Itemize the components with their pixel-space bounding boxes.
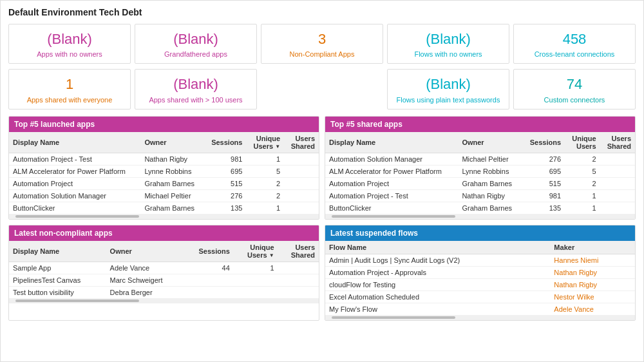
table-row[interactable]: Automation Project - Test Nathan Rigby 9… [325, 189, 635, 202]
table-row[interactable]: Sample App Adele Vance 44 1 [9, 262, 319, 274]
unique-users: 2 [246, 189, 284, 202]
table-row[interactable]: ButtonClicker Graham Barnes 135 1 [9, 202, 319, 214]
table-row[interactable]: Automation Project Graham Barnes 515 2 [9, 177, 319, 189]
col-users-shared[interactable]: UsersShared [284, 132, 319, 153]
stat-value: 74 [518, 76, 631, 93]
stat-grandfathered-apps[interactable]: (Blank) Grandfathered apps [135, 24, 257, 64]
app-name: ButtonClicker [9, 202, 140, 214]
col-owner[interactable]: Owner [458, 132, 522, 153]
top-shared-panel: Top #5 shared apps Display Name Owner Se… [325, 116, 636, 220]
sessions: 276 [204, 189, 246, 202]
app-name: Test button visibility [9, 286, 106, 298]
users-shared [600, 165, 635, 177]
col-display-name[interactable]: Display Name [9, 241, 106, 262]
unique-users [234, 274, 278, 286]
col-owner[interactable]: Owner [140, 132, 204, 153]
table-row[interactable]: My Flow's Flow Adele Vance [325, 303, 635, 315]
stat-shared-everyone[interactable]: 1 Apps shared with everyone [8, 69, 131, 109]
table-row[interactable]: Automation Project Graham Barnes 515 2 [325, 177, 635, 189]
app-name: PipelinesTest Canvas [9, 274, 106, 286]
top-launched-panel: Top #5 launched apps Display Name Owner … [8, 116, 319, 220]
sort-icon: ▼ [275, 144, 280, 149]
table-row[interactable]: Test button visibility Debra Berger [9, 286, 319, 298]
col-unique-users[interactable]: UniqueUsers ▼ [234, 241, 278, 262]
table-row[interactable]: Excel Automation Scheduled Nestor Wilke [325, 291, 635, 303]
table-row[interactable]: PipelinesTest Canvas Marc Schweigert [9, 274, 319, 286]
unique-users: 1 [246, 153, 284, 165]
stat-value: 1 [13, 76, 126, 93]
unique-users: 1 [234, 262, 278, 274]
col-owner[interactable]: Owner [106, 241, 184, 262]
col-unique-users[interactable]: UniqueUsers ▼ [246, 132, 284, 153]
flow-name: Admin | Audit Logs | Sync Audit Logs (V2… [325, 254, 550, 266]
flow-name: Automation Project - Approvals [325, 266, 550, 278]
flow-name: My Flow's Flow [325, 303, 550, 315]
table-row[interactable]: ALM Accelerator for Power Platform Lynne… [325, 165, 635, 177]
stat-cross-tenant[interactable]: 458 Cross-tenant connections [513, 24, 636, 64]
stat-non-compliant-apps[interactable]: 3 Non-Compliant Apps [261, 24, 383, 64]
sessions: 515 [204, 177, 246, 189]
col-unique-users[interactable]: UniqueUsers [565, 132, 600, 153]
stat-custom-connectors[interactable]: 74 Custom connectors [513, 69, 636, 109]
table-row[interactable]: Automation Solution Manager Michael Pelt… [9, 189, 319, 202]
table-row[interactable]: ButtonClicker Graham Barnes 135 1 [325, 202, 635, 214]
stat-apps-no-owners[interactable]: (Blank) Apps with no owners [8, 24, 131, 64]
table-row[interactable]: cloudFlow for Testing Nathan Rigby [325, 278, 635, 291]
unique-users: 1 [565, 189, 600, 202]
table-row[interactable]: Automation Solution Manager Michael Pelt… [325, 153, 635, 165]
stat-label: Flows with no owners [392, 50, 505, 58]
top-shared-table: Display Name Owner Sessions UniqueUsers … [325, 132, 635, 214]
unique-users: 2 [565, 177, 600, 189]
col-maker[interactable]: Maker [550, 241, 635, 254]
col-flow-name[interactable]: Flow Name [325, 241, 550, 254]
col-display-name[interactable]: Display Name [9, 132, 140, 153]
suspended-flows-table: Flow Name Maker Admin | Audit Logs | Syn… [325, 241, 635, 315]
scrollbar[interactable] [9, 214, 319, 219]
table-row[interactable]: Automation Project - Approvals Nathan Ri… [325, 266, 635, 278]
col-display-name[interactable]: Display Name [325, 132, 458, 153]
sessions: 44 [184, 262, 234, 274]
app-name: Automation Solution Manager [9, 189, 140, 202]
non-compliant-table: Display Name Owner Sessions UniqueUsers … [9, 241, 319, 298]
owner: Nathan Rigby [140, 153, 204, 165]
users-shared [284, 177, 319, 189]
stat-label: Flows using plain text passwords [392, 96, 505, 104]
col-sessions[interactable]: Sessions [204, 132, 246, 153]
col-sessions[interactable]: Sessions [184, 241, 234, 262]
scrollbar[interactable] [325, 315, 635, 320]
unique-users [234, 286, 278, 298]
users-shared [284, 189, 319, 202]
stat-shared-100-users[interactable]: (Blank) Apps shared with > 100 users [135, 69, 257, 109]
app-name: Automation Project [325, 177, 458, 189]
col-sessions[interactable]: Sessions [522, 132, 565, 153]
sessions: 981 [522, 189, 565, 202]
stats-row-1: (Blank) Apps with no owners (Blank) Gran… [8, 24, 636, 64]
col-users-shared[interactable]: UsersShared [278, 241, 319, 262]
users-shared [278, 262, 319, 274]
app-name: Automation Project [9, 177, 140, 189]
maker: Hannes Niemi [550, 254, 635, 266]
app-name: Automation Project - Test [9, 153, 140, 165]
users-shared [284, 165, 319, 177]
table-row[interactable]: ALM Accelerator for Power Platform Lynne… [9, 165, 319, 177]
users-shared [600, 202, 635, 214]
app-name: ALM Accelerator for Power Platform [325, 165, 458, 177]
stat-value: 3 [265, 31, 379, 48]
owner: Lynne Robbins [458, 165, 522, 177]
table-row[interactable]: Admin | Audit Logs | Sync Audit Logs (V2… [325, 254, 635, 266]
stat-label: Non-Compliant Apps [265, 50, 379, 58]
stat-label: Custom connectors [518, 96, 631, 104]
stat-flows-no-owners[interactable]: (Blank) Flows with no owners [387, 24, 509, 64]
maker: Adele Vance [550, 303, 635, 315]
unique-users: 1 [565, 202, 600, 214]
top-shared-header: Top #5 shared apps [325, 117, 635, 132]
scrollbar[interactable] [325, 214, 635, 219]
col-users-shared[interactable]: UsersShared [600, 132, 635, 153]
table-row[interactable]: Automation Project - Test Nathan Rigby 9… [9, 153, 319, 165]
stat-plain-text-passwords[interactable]: (Blank) Flows using plain text passwords [387, 69, 509, 109]
top-launched-table: Display Name Owner Sessions UniqueUsers … [9, 132, 319, 214]
users-shared [600, 177, 635, 189]
owner: Lynne Robbins [140, 165, 204, 177]
suspended-flows-panel: Latest suspended flows Flow Name Maker A… [325, 225, 636, 321]
scrollbar[interactable] [9, 298, 319, 303]
